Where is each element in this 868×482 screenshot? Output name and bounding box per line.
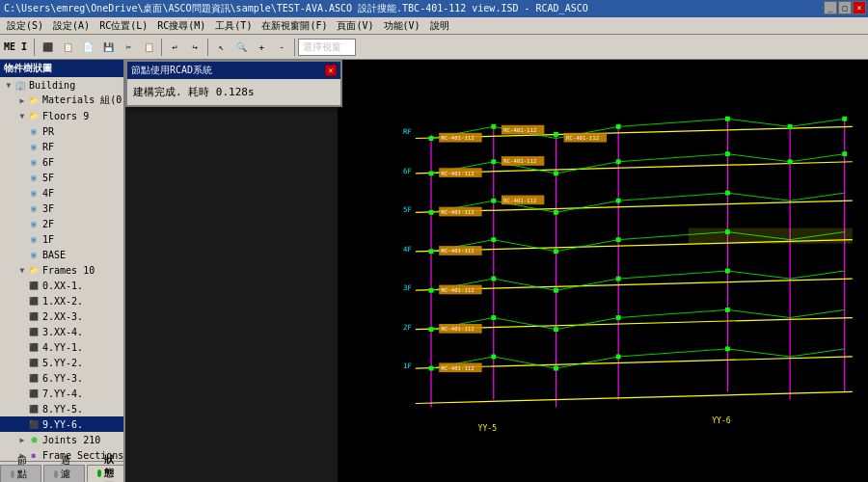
- floor-5f-icon: ▣: [27, 171, 41, 184]
- toolbar-btn-zoom-in[interactable]: +: [252, 38, 271, 57]
- tree-item-2f[interactable]: ▣ 2F: [0, 216, 123, 231]
- svg-rect-89: [689, 228, 853, 244]
- toolbar-btn-redo[interactable]: ↪: [185, 38, 204, 57]
- menu-settings[interactable]: 設定(S): [2, 18, 48, 34]
- tree-item-floors[interactable]: ▼ 📁 Floors 9: [0, 108, 123, 123]
- svg-rect-127: [616, 355, 621, 360]
- tab-node-list[interactable]: 節點列: [0, 465, 41, 482]
- expand-floors[interactable]: ▼: [17, 111, 27, 120]
- tree-item-frames[interactable]: ▼ 📁 Frames 10: [0, 262, 123, 278]
- floor-1f-icon: ▣: [27, 232, 41, 246]
- tree-item-5f[interactable]: ▣ 5F: [0, 170, 123, 185]
- tree-label-frames: Frames 10: [42, 265, 95, 276]
- menu-rc-position[interactable]: RC位置(L): [95, 18, 152, 34]
- svg-text:5F: 5F: [403, 205, 412, 214]
- toolbar-separator-4: [294, 39, 295, 56]
- tree-item-yy2[interactable]: ⬛ 5.YY-2.: [0, 355, 123, 370]
- tree-item-3f[interactable]: ▣ 3F: [0, 201, 123, 216]
- svg-rect-121: [554, 327, 558, 332]
- close-button[interactable]: ×: [853, 1, 866, 14]
- floor-base-icon: ▣: [27, 248, 41, 261]
- svg-rect-118: [725, 269, 730, 274]
- menu-tools[interactable]: 工具(T): [210, 18, 257, 34]
- tree-item-1f[interactable]: ▣ 1F: [0, 231, 123, 247]
- svg-rect-117: [616, 277, 621, 281]
- toolbar-btn-undo[interactable]: ↩: [165, 38, 184, 57]
- tree-item-yy1[interactable]: ⬛ 4.YY-1.: [0, 339, 123, 355]
- toolbar-btn-1[interactable]: ⬛: [38, 38, 57, 57]
- toolbar-btn-6[interactable]: 📋: [139, 38, 158, 57]
- minimize-button[interactable]: _: [824, 1, 837, 14]
- menu-rc-search[interactable]: RC搜尋(M): [152, 18, 210, 34]
- frame-xx2-icon: ⬛: [27, 294, 41, 308]
- tree-label-4f: 4F: [42, 188, 54, 199]
- tree-label-yy6: 9.YY-6.: [42, 419, 83, 430]
- tree-label-pr: PR: [42, 126, 54, 137]
- tab-filter[interactable]: 過濾欄: [43, 465, 85, 482]
- tree-item-pr[interactable]: ▣ PR: [0, 123, 123, 139]
- expand-joints[interactable]: ▶: [17, 435, 27, 444]
- tree-item-materials[interactable]: ▶ 📁 Materials 組(0): [0, 93, 123, 108]
- svg-rect-106: [554, 210, 558, 215]
- tree-item-xx1[interactable]: ⬛ 0.XX-1.: [0, 278, 123, 293]
- title-text: C:\Users\emreg\OneDrive\桌面\ASCO問題資訊\samp…: [4, 2, 588, 15]
- tree-item-yy3[interactable]: ⬛ 6.YY-3.: [0, 370, 123, 386]
- rcad-dialog-close-button[interactable]: ×: [325, 65, 337, 76]
- tree-item-rf[interactable]: ▣ RF: [0, 139, 123, 154]
- tree-item-6f[interactable]: ▣ 6F: [0, 154, 123, 170]
- menu-page[interactable]: 頁面(V): [332, 18, 378, 34]
- tree-item-4f[interactable]: ▣ 4F: [0, 185, 123, 201]
- tree-item-building[interactable]: ▼ 🏢 Building: [0, 77, 123, 93]
- toolbar-btn-5[interactable]: ✂: [119, 38, 138, 57]
- svg-text:RF: RF: [403, 127, 412, 136]
- tree-item-xx2[interactable]: ⬛ 1.XX-2.: [0, 293, 123, 308]
- tree-item-yy6[interactable]: ⬛ 9.YY-6.: [0, 416, 123, 432]
- tree-label-rf: RF: [42, 142, 54, 152]
- toolbar-btn-2[interactable]: 📋: [58, 38, 77, 57]
- maximize-button[interactable]: □: [838, 1, 852, 14]
- cad-canvas[interactable]: RC-401-112 RC-401-112 RC-401-112 RC-401-…: [338, 60, 868, 482]
- svg-text:RC-401-112: RC-401-112: [442, 287, 475, 293]
- menu-settings2[interactable]: 設定(A): [48, 18, 95, 34]
- tree-item-base[interactable]: ▣ BASE: [0, 247, 123, 262]
- svg-rect-96: [842, 117, 847, 121]
- tree-item-xx3[interactable]: ⬛ 2.XX-3.: [0, 308, 123, 324]
- tab-filter-dot: [54, 470, 58, 478]
- floor-6f-icon: ▣: [27, 155, 41, 169]
- menu-new-window[interactable]: 在新視窗開(F): [257, 18, 332, 34]
- rcad-dialog-message: 建構完成. 耗時 0.128s: [133, 86, 255, 98]
- expand-building[interactable]: ▼: [4, 80, 14, 90]
- tree-label-yy3: 6.YY-3.: [42, 373, 83, 384]
- toolbar-btn-zoom-out[interactable]: -: [272, 38, 291, 57]
- rcad-dialog: 節點使用RCAD系統 × 建構完成. 耗時 0.128s: [125, 60, 342, 107]
- svg-rect-119: [429, 327, 434, 332]
- menu-function[interactable]: 功能(V): [379, 18, 425, 34]
- svg-rect-122: [616, 315, 621, 320]
- menu-bar: 設定(S) 設定(A) RC位置(L) RC搜尋(M) 工具(T) 在新視窗開(…: [0, 17, 868, 35]
- expand-materials[interactable]: ▶: [17, 95, 27, 105]
- toolbar-btn-zoom[interactable]: 🔍: [231, 38, 251, 57]
- svg-text:1F: 1F: [403, 362, 412, 370]
- menu-help[interactable]: 說明: [425, 18, 454, 34]
- toolbar-separator-2: [161, 39, 162, 56]
- tree-label-yy1: 4.YY-1.: [42, 342, 83, 353]
- toolbar-btn-3[interactable]: 📄: [78, 38, 97, 57]
- frames-icon: 📁: [27, 263, 41, 277]
- tree-item-yy4[interactable]: ⬛ 7.YY-4.: [0, 386, 123, 401]
- toolbar-dropdown[interactable]: 選擇視窗: [298, 39, 356, 56]
- expand-frames[interactable]: ▼: [17, 265, 27, 275]
- tree-item-xx4[interactable]: ⬛ 3.XX-4.: [0, 324, 123, 339]
- frame-xx3-icon: ⬛: [27, 309, 41, 323]
- main-area: 物件樹狀圖 ▼ 🏢 Building ▶ 📁 Materials 組(0) ▼ …: [0, 60, 868, 482]
- svg-rect-128: [725, 346, 730, 351]
- tree-label-yy2: 5.YY-2.: [42, 358, 83, 368]
- svg-rect-94: [725, 117, 730, 121]
- svg-rect-95: [788, 124, 793, 129]
- toolbar-btn-4[interactable]: 💾: [98, 38, 118, 57]
- tab-status-chart[interactable]: 狀態圖: [87, 465, 125, 482]
- tree-item-joints[interactable]: ▶ ⬟ Joints 210: [0, 432, 123, 447]
- tree-label-building: Building: [29, 80, 75, 91]
- toolbar-btn-cursor[interactable]: ↖: [211, 38, 231, 57]
- tree-item-yy5[interactable]: ⬛ 8.YY-5.: [0, 401, 123, 416]
- tree-container[interactable]: ▼ 🏢 Building ▶ 📁 Materials 組(0) ▼ 📁 Floo…: [0, 77, 123, 461]
